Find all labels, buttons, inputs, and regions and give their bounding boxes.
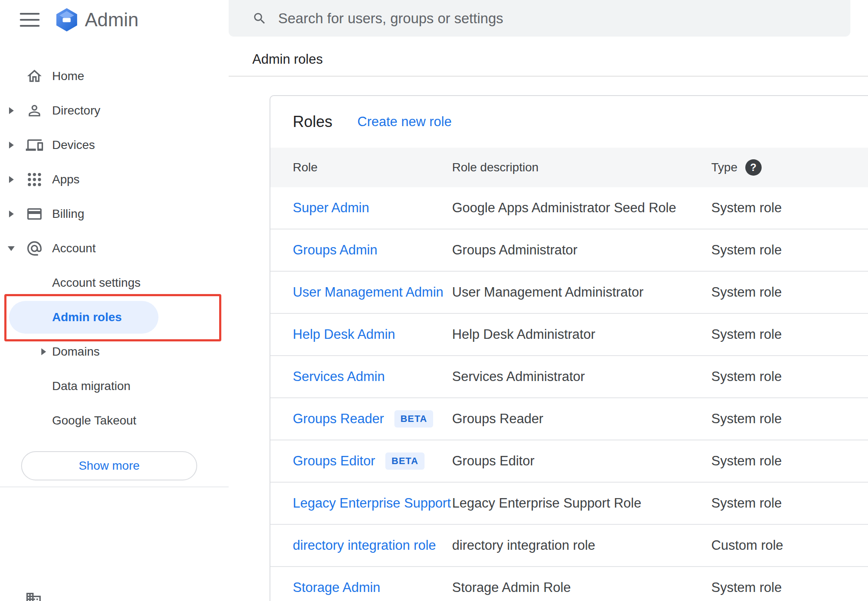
role-link[interactable]: Groups Admin — [293, 242, 377, 258]
main-content: Admin roles Roles Create new role Role R… — [229, 0, 868, 601]
role-link[interactable]: User Management Admin — [293, 285, 443, 300]
role-type: System role — [711, 200, 868, 216]
role-type: System role — [711, 580, 868, 595]
role-description: Services Administrator — [452, 369, 711, 384]
sidebar-item-label: Data migration — [52, 379, 130, 393]
table-row: Services Admin Services Administrator Sy… — [270, 356, 868, 398]
sidebar-item-label: Apps — [52, 173, 80, 186]
role-description: User Management Administrator — [452, 285, 711, 300]
admin-logo-icon — [56, 8, 78, 32]
column-type: Type ? — [711, 159, 868, 176]
sidebar-item-label: Devices — [52, 138, 95, 152]
roles-card: Roles Create new role Role Role descript… — [270, 95, 868, 601]
sidebar-item-account[interactable]: Account — [0, 231, 229, 266]
breadcrumb: Admin roles — [252, 51, 323, 68]
sidebar-item-label: Billing — [52, 207, 84, 221]
role-description: Storage Admin Role — [452, 580, 711, 595]
column-role: Role — [293, 161, 452, 174]
table-row: Storage Admin Storage Admin Role System … — [270, 567, 868, 601]
billing-icon — [26, 205, 43, 223]
role-link[interactable]: Storage Admin — [293, 580, 380, 595]
role-description: Groups Editor — [452, 453, 711, 469]
search-input[interactable] — [278, 10, 837, 27]
role-type: System role — [711, 369, 868, 384]
sidebar-item-billing[interactable]: Billing — [0, 197, 229, 231]
sidebar-item-label: Domains — [52, 345, 99, 359]
role-link[interactable]: directory integration role — [293, 538, 436, 553]
table-row: User Management Admin User Management Ad… — [270, 272, 868, 314]
sidebar-divider — [0, 486, 229, 487]
role-type: System role — [711, 327, 868, 342]
role-link[interactable]: Services Admin — [293, 369, 385, 384]
sidebar-item-label: Account — [52, 242, 96, 255]
role-type: System role — [711, 285, 868, 300]
table-row: Groups Editor BETA Groups Editor System … — [270, 440, 868, 483]
sidebar-item-google-takeout[interactable]: Google Takeout — [0, 403, 229, 438]
show-more-button[interactable]: Show more — [21, 451, 197, 480]
app-title: Admin — [85, 9, 139, 31]
table-row: Groups Reader BETA Groups Reader System … — [270, 398, 868, 440]
sidebar-item-label: Account settings — [52, 276, 140, 290]
role-link[interactable]: Help Desk Admin — [293, 327, 395, 342]
sidebar-item-devices[interactable]: Devices — [0, 128, 229, 162]
beta-badge: BETA — [394, 410, 433, 428]
sidebar-item-apps[interactable]: Apps — [0, 162, 229, 197]
role-type: System role — [711, 411, 868, 427]
sidebar-item-home[interactable]: Home — [0, 59, 229, 93]
role-description: Legacy Enterprise Support Role — [452, 496, 711, 511]
sidebar-item-account-settings[interactable]: Account settings — [0, 266, 229, 300]
table-row: Help Desk Admin Help Desk Administrator … — [270, 314, 868, 356]
content-divider — [229, 76, 868, 77]
chevron-right-icon — [9, 107, 14, 114]
role-type: System role — [711, 496, 868, 511]
chevron-right-icon — [9, 211, 14, 217]
chevron-down-icon — [8, 246, 15, 251]
search-icon — [252, 11, 267, 26]
role-description: directory integration role — [452, 538, 711, 553]
sidebar-nav: Home Directory Devices — [0, 59, 229, 438]
chevron-right-icon — [9, 176, 14, 183]
role-link[interactable]: Legacy Enterprise Support — [293, 496, 451, 511]
search-bar — [229, 0, 850, 37]
role-type: System role — [711, 453, 868, 469]
account-icon — [26, 240, 43, 257]
devices-icon — [26, 136, 43, 154]
table-row: Super Admin Google Apps Administrator Se… — [270, 187, 868, 229]
sidebar-item-data-migration[interactable]: Data migration — [0, 369, 229, 403]
role-link[interactable]: Groups Reader — [293, 411, 384, 427]
table-row: Legacy Enterprise Support Legacy Enterpr… — [270, 483, 868, 525]
apps-icon — [26, 171, 43, 188]
role-link[interactable]: Groups Editor — [293, 453, 375, 469]
chevron-right-icon — [41, 348, 46, 355]
chevron-right-icon — [9, 142, 14, 149]
beta-badge: BETA — [385, 452, 424, 470]
table-header: Role Role description Type ? — [270, 148, 868, 187]
sidebar-item-directory[interactable]: Directory — [0, 93, 229, 128]
sidebar-item-label: Home — [52, 69, 84, 83]
menu-icon[interactable] — [20, 13, 40, 27]
sidebar-item-label: Directory — [52, 104, 100, 118]
help-icon[interactable]: ? — [745, 159, 762, 176]
home-icon — [26, 68, 43, 85]
role-description: Help Desk Administrator — [452, 327, 711, 342]
roles-card-header: Roles Create new role — [270, 96, 868, 148]
domain-icon — [25, 591, 42, 601]
sidebar-item-label: Google Takeout — [52, 414, 136, 428]
roles-title: Roles — [293, 113, 332, 131]
table-row: Groups Admin Groups Administrator System… — [270, 229, 868, 272]
role-description: Groups Administrator — [452, 242, 711, 258]
sidebar-item-label: Admin roles — [52, 310, 122, 324]
sidebar-header: Admin — [0, 0, 229, 40]
role-type: Custom role — [711, 538, 868, 553]
column-role-description: Role description — [452, 161, 711, 174]
directory-icon — [26, 102, 43, 119]
sidebar: Admin Home Directory Devices — [0, 0, 229, 601]
role-description: Google Apps Administrator Seed Role — [452, 200, 711, 216]
column-type-label: Type — [711, 161, 738, 174]
sidebar-item-admin-roles[interactable]: Admin roles — [0, 300, 229, 335]
table-row: directory integration role directory int… — [270, 525, 868, 567]
create-new-role-link[interactable]: Create new role — [357, 114, 452, 130]
role-type: System role — [711, 242, 868, 258]
role-link[interactable]: Super Admin — [293, 200, 369, 216]
sidebar-item-domains[interactable]: Domains — [0, 335, 229, 369]
